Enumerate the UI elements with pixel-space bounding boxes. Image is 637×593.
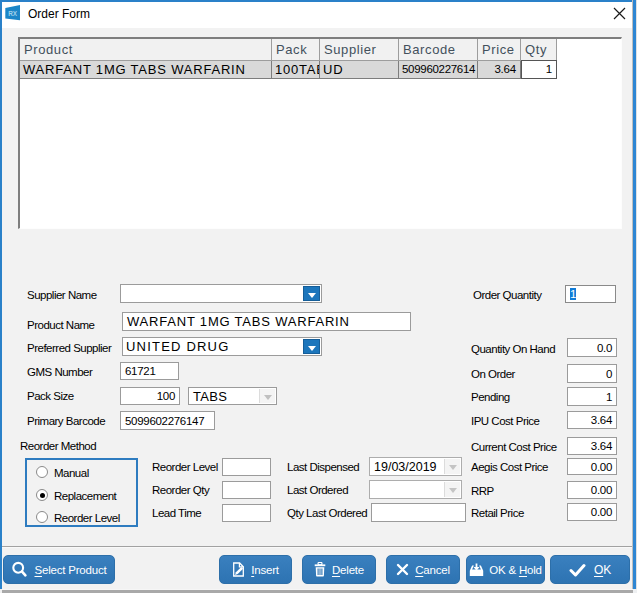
svg-text:RX: RX xyxy=(8,10,18,17)
